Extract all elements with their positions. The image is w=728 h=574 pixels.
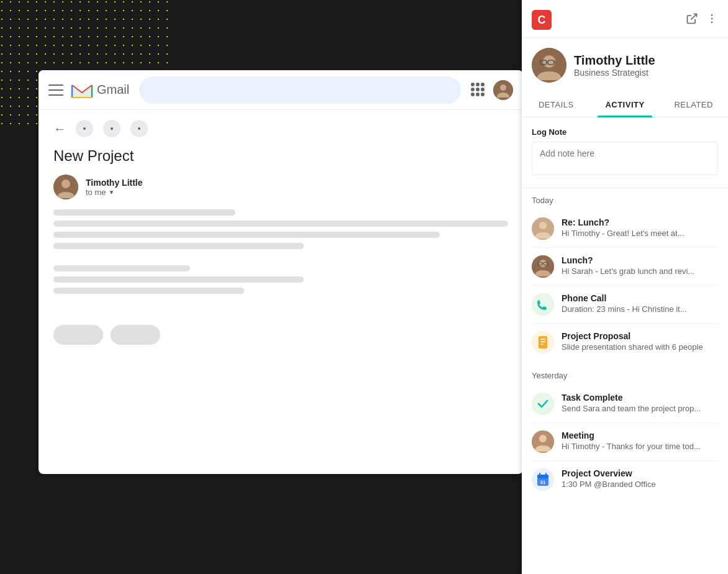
crm-contact-avatar [532,48,566,83]
crm-body: Log Note Today Re: Lunch? Hi Timothy - G… [522,117,728,574]
crm-logo: C [532,10,552,30]
crm-contact-name: Timothy Little [574,53,655,68]
gmail-toolbar: Gmail [39,70,523,110]
back-button[interactable]: ← [53,122,66,136]
project-overview-avatar: 31 [532,468,554,491]
email-content: ← New Project Timothy Little [39,110,523,355]
svg-point-11 [543,55,555,68]
svg-rect-29 [540,344,544,345]
crm-profile: Timothy Little Business Strategist [522,38,728,93]
action-icon-2[interactable] [103,120,121,137]
skeleton-line [53,265,190,271]
external-link-icon[interactable] [686,12,698,28]
project-proposal-text: Project Proposal Slide presentation shar… [562,331,703,352]
more-options-icon[interactable] [706,12,718,28]
project-proposal-desc: Slide presentation shared with 6 people [562,342,703,352]
sender-to: to me ▼ [86,188,143,197]
svg-point-8 [711,17,713,19]
re-lunch-text: Re: Lunch? Hi Timothy - Great! Let's mee… [562,217,685,238]
log-note-input[interactable] [532,142,718,175]
crm-contact-role: Business Strategist [574,68,655,78]
activity-item-project-overview[interactable]: 31 Project Overview 1:30 PM @Branded Off… [532,461,718,498]
task-complete-text: Task Complete Send Sara and team the pro… [562,393,701,413]
activity-yesterday-section: Yesterday Task Complete Send Sara and te… [522,363,728,501]
meeting-title: Meeting [562,430,701,440]
log-note-section: Log Note [522,117,728,188]
sender-avatar [53,175,78,199]
skeleton-line [53,232,440,238]
meeting-text: Meeting Hi Timothy - Thanks for your tim… [562,430,701,451]
svg-point-1 [500,84,506,91]
search-input[interactable] [139,76,461,104]
project-overview-text: Project Overview 1:30 PM @Branded Office [562,468,656,489]
activity-item-project-proposal[interactable]: Project Proposal Slide presentation shar… [532,324,718,361]
log-note-label: Log Note [532,127,718,137]
svg-point-24 [532,293,554,316]
task-complete-avatar [532,393,554,415]
gmail-logo: Gmail [71,81,129,99]
task-complete-title: Task Complete [562,393,701,403]
svg-rect-35 [537,475,548,478]
email-sender-row: Timothy Little to me ▼ [53,175,508,199]
meeting-desc: Hi Timothy - Thanks for your time tod... [562,442,701,451]
svg-point-30 [532,393,554,415]
email-subject: New Project [53,147,508,165]
action-icon-3[interactable] [130,120,148,137]
activity-day-today: Today [532,196,718,205]
skeleton-line [53,243,304,249]
svg-point-18 [539,222,547,229]
sender-info: Timothy Little to me ▼ [86,178,143,197]
lunch-title: Lunch? [562,255,694,265]
tab-related[interactable]: RELATED [659,93,728,117]
gmail-logo-text: Gmail [97,83,129,97]
action-icon-1[interactable] [76,120,93,137]
lunch-desc: Hi Sarah - Let's grab lunch and revi... [562,266,694,276]
meeting-avatar [532,430,554,453]
phone-call-avatar [532,293,554,316]
tab-details[interactable]: DETAILS [522,93,591,117]
activity-item-task-complete[interactable]: Task Complete Send Sara and team the pro… [532,385,718,423]
task-complete-desc: Send Sara and team the project prop... [562,404,701,413]
svg-point-32 [539,435,547,442]
lunch-avatar [532,255,554,278]
email-nav: ← [53,120,508,137]
svg-point-9 [711,21,713,23]
svg-rect-28 [540,341,545,342]
skeleton-line [53,209,235,216]
svg-point-7 [711,14,713,16]
toolbar-right [471,80,513,100]
re-lunch-title: Re: Lunch? [562,217,685,227]
activity-item-meeting[interactable]: Meeting Hi Timothy - Thanks for your tim… [532,423,718,461]
crm-header: C [522,0,728,38]
skeleton-buttons [53,325,508,345]
crm-tabs: DETAILS ACTIVITY RELATED [522,93,728,117]
apps-grid-icon[interactable] [471,83,486,98]
phone-call-title: Phone Call [562,293,687,303]
svg-point-3 [61,180,70,188]
svg-text:31: 31 [540,480,546,485]
activity-item-phone-call[interactable]: Phone Call Duration: 23 mins - Hi Christ… [532,286,718,324]
skeleton-btn-2 [111,325,160,345]
sender-name: Timothy Little [86,178,143,188]
phone-call-desc: Duration: 23 mins - Hi Christine it... [562,304,687,314]
crm-sidebar: C [522,0,728,574]
lunch-text: Lunch? Hi Sarah - Let's grab lunch and r… [562,255,694,276]
skeleton-btn-1 [53,325,103,345]
crm-profile-info: Timothy Little Business Strategist [574,53,655,78]
skeleton-line [53,276,304,283]
svg-text:C: C [538,14,546,26]
user-avatar[interactable] [493,80,513,100]
skeleton-line [53,288,244,294]
crm-header-actions [686,12,718,28]
activity-item-lunch[interactable]: Lunch? Hi Sarah - Let's grab lunch and r… [532,248,718,286]
tab-activity[interactable]: ACTIVITY [591,93,660,117]
svg-rect-27 [540,339,545,340]
project-overview-desc: 1:30 PM @Branded Office [562,480,656,489]
email-body-skeleton [53,209,508,345]
project-proposal-avatar [532,331,554,353]
re-lunch-desc: Hi Timothy - Great! Let's meet at... [562,229,685,238]
activity-item-re-lunch[interactable]: Re: Lunch? Hi Timothy - Great! Let's mee… [532,210,718,248]
re-lunch-avatar [532,217,554,240]
project-proposal-title: Project Proposal [562,331,703,341]
menu-icon[interactable] [48,84,63,96]
